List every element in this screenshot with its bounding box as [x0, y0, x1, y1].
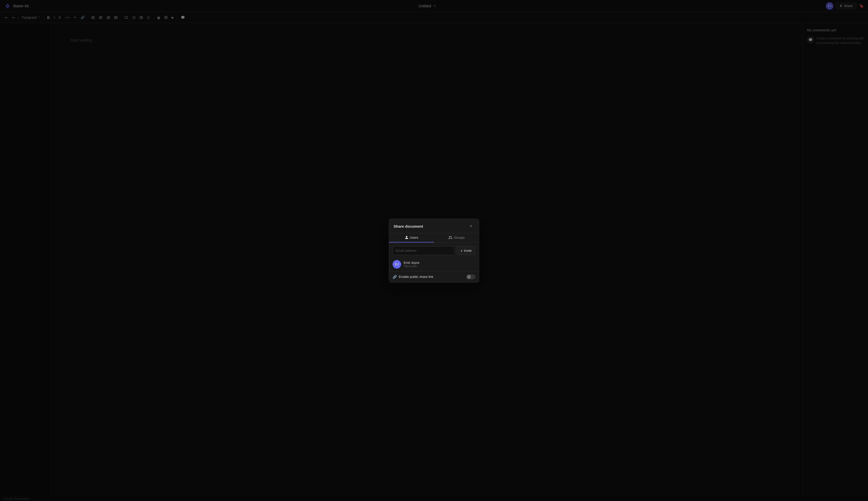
tab-groups-label: Groups: [454, 236, 464, 239]
invite-row: + Invite: [389, 243, 479, 257]
share-link-left: 🔗 Enable public share link: [393, 275, 433, 279]
user-item-info: Emil Joyce This is you: [404, 261, 419, 268]
invite-button[interactable]: + Invite: [457, 246, 475, 255]
tab-users[interactable]: Users: [389, 233, 434, 243]
email-input[interactable]: [393, 246, 454, 255]
tab-groups[interactable]: Groups: [434, 233, 479, 243]
modal-tabs: Users Groups: [389, 233, 479, 243]
share-link-toggle[interactable]: [467, 274, 475, 279]
user-item-avatar: EJ: [393, 260, 401, 269]
groups-tab-icon: [448, 236, 452, 239]
share-link-row: 🔗 Enable public share link: [389, 271, 479, 283]
tab-users-label: Users: [410, 236, 418, 239]
share-link-label: Enable public share link: [399, 275, 433, 279]
invite-label: Invite: [464, 249, 472, 253]
invite-plus-icon: +: [460, 248, 463, 253]
svg-point-25: [451, 236, 452, 237]
user-item-name: Emil Joyce: [404, 261, 419, 265]
svg-point-23: [406, 236, 407, 237]
modal-header: Share document ×: [389, 219, 479, 233]
users-tab-icon: [405, 236, 408, 239]
share-document-modal: Share document × Users Groups: [389, 218, 479, 283]
modal-close-button[interactable]: ×: [468, 223, 474, 230]
modal-overlay[interactable]: Share document × Users Groups: [0, 0, 868, 501]
user-item-subtitle: This is you: [404, 265, 419, 268]
share-link-icon: 🔗: [393, 275, 397, 279]
user-list-item: EJ Emil Joyce This is you: [389, 257, 479, 271]
modal-title: Share document: [394, 224, 423, 228]
svg-point-24: [449, 236, 450, 237]
